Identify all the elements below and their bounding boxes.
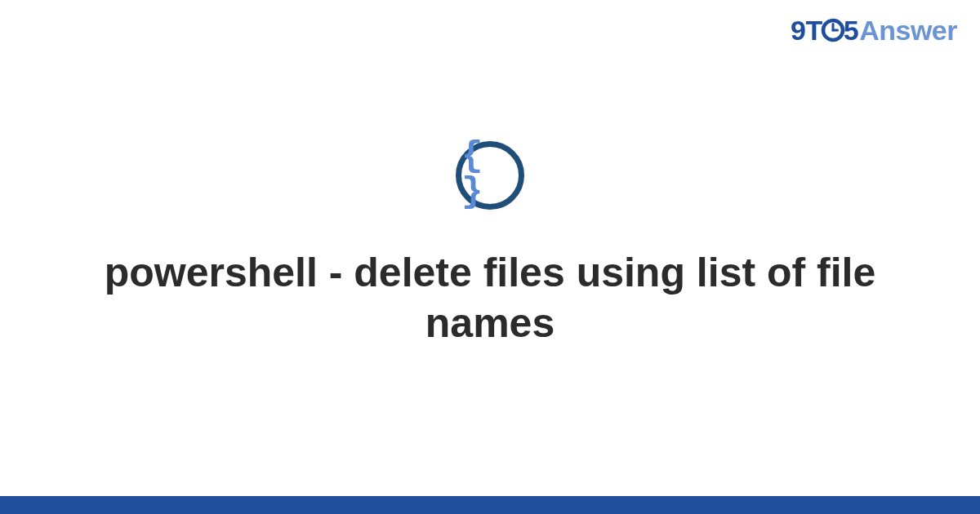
- footer-bar: [0, 496, 980, 514]
- topic-badge: { }: [456, 141, 524, 210]
- page-title: powershell - delete files using list of …: [82, 247, 898, 349]
- main-content: { } powershell - delete files using list…: [0, 0, 980, 514]
- code-braces-icon: { }: [461, 138, 519, 210]
